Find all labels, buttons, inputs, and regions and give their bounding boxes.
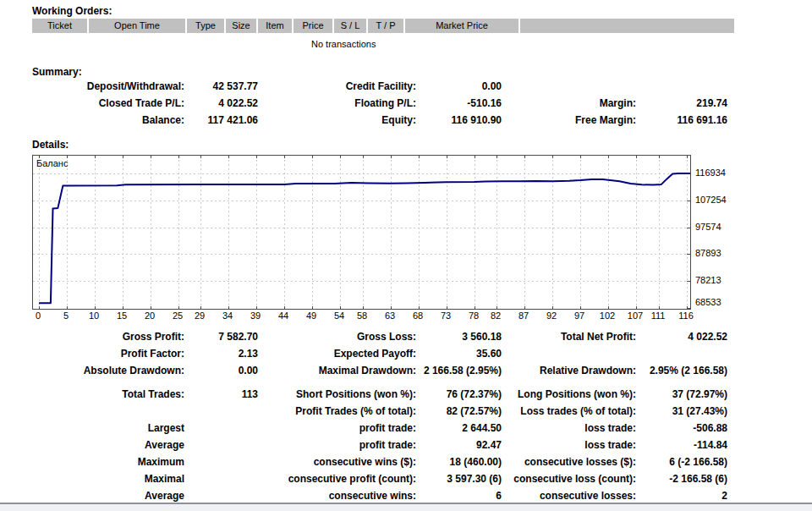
stats-results-grid: Gross Profit:7 582.70Gross Loss:3 560.18… bbox=[32, 328, 727, 379]
summary-label: Balance: bbox=[32, 112, 184, 129]
stat-label: Maximal Drawdown: bbox=[258, 362, 416, 379]
stat-label: loss trade: bbox=[502, 420, 636, 437]
stat-value bbox=[184, 487, 258, 504]
summary-value: 0.00 bbox=[416, 78, 502, 95]
summary-label: Deposit/Withdrawal: bbox=[32, 78, 184, 95]
y-axis-label: 107254 bbox=[695, 195, 727, 205]
summary-label: Floating P/L: bbox=[258, 95, 416, 112]
stat-value: 7 582.70 bbox=[184, 328, 258, 345]
stat-label: Average bbox=[32, 437, 184, 453]
stat-label: consecutive losses: bbox=[502, 487, 636, 504]
stat-value bbox=[184, 453, 258, 470]
stat-value bbox=[184, 420, 258, 437]
summary-value: 42 537.77 bbox=[184, 78, 258, 95]
stat-label: Maximum bbox=[32, 453, 184, 470]
stat-value: 113 bbox=[184, 386, 258, 403]
summary-value: 4 022.52 bbox=[184, 95, 258, 112]
stat-value: 2.95% (2 166.58) bbox=[636, 362, 727, 379]
stat-value: 2 644.50 bbox=[416, 420, 502, 437]
chart-series-label: Баланс bbox=[36, 158, 68, 168]
stat-label: Maximal bbox=[32, 470, 184, 487]
stat-value bbox=[184, 437, 258, 453]
summary-value: -510.16 bbox=[416, 95, 502, 112]
working-orders-title: Working Orders: bbox=[32, 5, 112, 17]
stat-label: Profit Factor: bbox=[32, 345, 184, 362]
stat-label: Total Net Profit: bbox=[502, 328, 636, 345]
stat-value: 92.47 bbox=[416, 437, 502, 453]
stat-value: 2 166.58 (2.95%) bbox=[416, 362, 502, 379]
column-header-size: Size bbox=[226, 19, 256, 33]
summary-label: Credit Facility: bbox=[258, 78, 416, 95]
y-axis-label: 97574 bbox=[695, 222, 721, 232]
summary-value: 117 421.06 bbox=[184, 112, 258, 129]
stat-label bbox=[502, 345, 636, 362]
summary-label: Margin: bbox=[502, 95, 636, 112]
stat-value: 2 bbox=[636, 487, 727, 504]
stat-label: consecutive loss (count): bbox=[502, 470, 636, 487]
working-orders-header-row: TicketOpen TimeTypeSizeItemPriceS / LT /… bbox=[32, 19, 734, 33]
x-axis-label: 10 bbox=[81, 310, 107, 321]
x-axis-label: 5 bbox=[53, 310, 79, 321]
x-axis-label: 63 bbox=[377, 310, 403, 321]
balance-line bbox=[39, 173, 690, 303]
x-axis-label: 111 bbox=[645, 310, 671, 321]
stat-label: Relative Drawdown: bbox=[502, 362, 636, 379]
stat-value: -506.88 bbox=[636, 420, 727, 437]
stat-value: 3 560.18 bbox=[416, 328, 502, 345]
x-axis-label: 87 bbox=[511, 310, 536, 321]
stat-value: 31 (27.43%) bbox=[636, 403, 727, 420]
stats-trades-grid: Total Trades:113Short Positions (won %):… bbox=[32, 386, 727, 504]
horizontal-scrollbar[interactable] bbox=[0, 503, 812, 511]
summary-grid: Deposit/Withdrawal:42 537.77Credit Facil… bbox=[32, 78, 727, 129]
stat-label: profit trade: bbox=[258, 437, 416, 453]
summary-label: Equity: bbox=[258, 112, 416, 129]
stat-label: Expected Payoff: bbox=[258, 345, 416, 362]
x-axis-label: 107 bbox=[623, 310, 648, 321]
stat-label: Average bbox=[32, 487, 184, 504]
stat-label: Long Positions (won %): bbox=[502, 386, 636, 403]
y-axis-label: 78213 bbox=[695, 275, 721, 285]
x-axis-label: 15 bbox=[109, 310, 134, 321]
x-axis-label: 29 bbox=[187, 310, 212, 321]
balance-chart-plot bbox=[33, 156, 690, 309]
x-axis-label: 73 bbox=[433, 310, 458, 321]
summary-value: 116 910.90 bbox=[416, 112, 502, 129]
stat-value: 3 597.30 (6) bbox=[416, 470, 502, 487]
stat-label: Gross Profit: bbox=[32, 328, 184, 345]
column-header-sl: S / L bbox=[334, 19, 366, 33]
stat-label: consecutive losses ($): bbox=[502, 453, 636, 470]
x-axis-label: 34 bbox=[215, 310, 240, 321]
balance-chart: Баланс bbox=[32, 155, 691, 310]
summary-title: Summary: bbox=[32, 66, 82, 78]
column-header-tp: T / P bbox=[368, 19, 403, 33]
stat-value: 82 (72.57%) bbox=[416, 403, 502, 420]
x-axis-label: 102 bbox=[595, 310, 620, 321]
x-axis-label: 82 bbox=[483, 310, 508, 321]
stat-value bbox=[636, 345, 727, 362]
stat-label: loss trade: bbox=[502, 437, 636, 453]
summary-label: Free Margin: bbox=[502, 112, 636, 129]
y-axis-label: 87893 bbox=[695, 248, 721, 258]
stat-value: -2 166.58 (6) bbox=[636, 470, 727, 487]
stat-value: 6 (-2 166.58) bbox=[636, 453, 727, 470]
stat-label: Loss trades (% of total): bbox=[502, 403, 636, 420]
details-title: Details: bbox=[32, 139, 69, 151]
x-axis-label: 58 bbox=[349, 310, 375, 321]
column-header-price: Price bbox=[294, 19, 332, 33]
stat-label: Short Positions (won %): bbox=[258, 386, 416, 403]
y-axis-label: 68533 bbox=[695, 297, 721, 307]
x-axis-label: 44 bbox=[271, 310, 296, 321]
column-header-type: Type bbox=[187, 19, 224, 33]
column-header-spacer bbox=[520, 19, 734, 33]
stat-label: Largest bbox=[32, 420, 184, 437]
stat-value: 37 (72.97%) bbox=[636, 386, 727, 403]
stat-label: Total Trades: bbox=[32, 386, 184, 403]
summary-value: 116 691.16 bbox=[636, 112, 727, 129]
stat-value bbox=[184, 403, 258, 420]
x-axis-label: 54 bbox=[326, 310, 352, 321]
stat-value: 6 bbox=[416, 487, 502, 504]
column-header-item: Item bbox=[258, 19, 292, 33]
stat-value: 4 022.52 bbox=[636, 328, 727, 345]
x-axis-label: 39 bbox=[243, 310, 268, 321]
x-axis-label: 92 bbox=[539, 310, 564, 321]
